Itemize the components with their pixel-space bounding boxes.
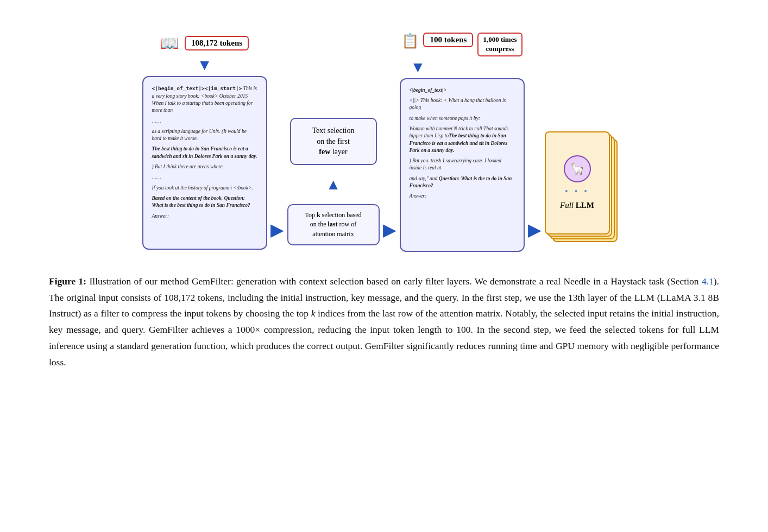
llm-stack-col: 🦙 • • • Full LLM [545, 39, 626, 245]
right-arrow-1: ▶ [270, 219, 284, 240]
caption-section: Figure 1: Illustration of our method Gem… [33, 274, 735, 371]
right-token-badge: 100 tokens [423, 33, 473, 47]
middle-column: Text selectionon the firstfew layer ▲ To… [287, 39, 380, 245]
llm-dots: • • • [565, 187, 589, 197]
down-arrow-right: ▼ [411, 59, 426, 76]
bottom-box: Top k selection basedon the last row ofa… [287, 204, 380, 245]
bottom-text: Top k selection basedon the last row ofa… [305, 211, 361, 238]
arrow-col-3: ▶ [528, 39, 542, 245]
right-doc-text: <|begin_of_text|> <||> This book: < What… [410, 87, 515, 200]
caption-text1: Illustration of our method GemFilter: ge… [89, 276, 701, 287]
llama-icon: 🦙 [564, 155, 591, 182]
compress-badge: 1,000 timescompress [477, 33, 522, 56]
caption-label: Figure 1: [49, 276, 86, 287]
right-header: 📋 100 tokens 1,000 timescompress [401, 33, 522, 56]
left-header: 📖 108,172 tokens [160, 34, 249, 52]
right-arrow-3: ▶ [528, 219, 542, 240]
left-doc-text: <|begin_of_text|><|im_start|> This is a … [152, 85, 257, 219]
arrow-col-1: ▶ [270, 39, 284, 245]
up-arrow: ▲ [326, 176, 341, 193]
right-doc-box: <|begin_of_text|> <||> This book: < What… [400, 78, 525, 252]
down-arrow-left: ▼ [197, 56, 212, 74]
caption-italic-k: k [311, 308, 316, 319]
note-icon: 📋 [401, 33, 419, 49]
selection-box: Text selectionon the firstfew layer [290, 118, 377, 165]
left-doc-box: <|begin_of_text|><|im_start|> This is a … [142, 76, 267, 250]
caption-text: Figure 1: Illustration of our method Gem… [49, 274, 719, 371]
llm-label: Full LLM [560, 201, 594, 210]
llm-card-1: 🦙 • • • Full LLM [545, 131, 610, 235]
right-column: 📋 100 tokens 1,000 timescompress ▼ <|beg… [400, 33, 525, 252]
book-icon: 📖 [160, 34, 179, 52]
left-token-badge: 108,172 tokens [185, 36, 249, 50]
left-column: 📖 108,172 tokens ▼ <|begin_of_text|><|im… [142, 34, 267, 250]
arrow-col-2: ▶ [383, 39, 396, 245]
llm-stack: 🦙 • • • Full LLM [545, 131, 621, 245]
caption-link[interactable]: 4.1 [702, 276, 714, 287]
right-arrow-2: ▶ [383, 219, 396, 240]
selection-text: Text selectionon the firstfew layer [312, 126, 355, 156]
diagram: 📖 108,172 tokens ▼ <|begin_of_text|><|im… [33, 33, 735, 252]
